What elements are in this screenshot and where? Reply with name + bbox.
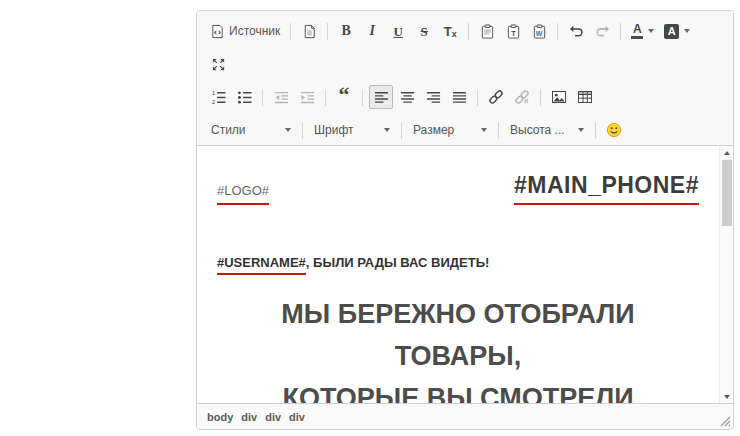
font-combo[interactable]: Шрифт	[308, 118, 396, 142]
numbered-list-button[interactable]: 12	[206, 85, 230, 109]
logo-placeholder[interactable]: #LOGO#	[217, 183, 269, 205]
underline-icon: U	[394, 25, 403, 38]
align-center-button[interactable]	[395, 85, 419, 109]
headline[interactable]: МЫ БЕРЕЖНО ОТОБРАЛИ ТОВАРЫ, КОТОРЫЕ ВЫ С…	[217, 293, 699, 403]
unlink-icon	[514, 89, 530, 105]
bold-icon: B	[342, 24, 351, 38]
bg-color-button[interactable]: A	[660, 19, 694, 43]
toolbar-row-4: Стили Шрифт Размер Высота ...	[205, 117, 725, 143]
align-justify-icon	[452, 90, 467, 105]
svg-text:1: 1	[211, 90, 214, 96]
chevron-down-icon	[684, 29, 690, 33]
svg-text:2: 2	[211, 99, 214, 105]
toolbar-separator	[327, 23, 328, 40]
main-phone-placeholder[interactable]: #MAIN_PHONE#	[514, 172, 699, 205]
blockquote-button[interactable]: “	[332, 85, 356, 109]
align-right-button[interactable]	[421, 85, 445, 109]
font-combo-label: Шрифт	[314, 123, 353, 137]
maximize-button[interactable]	[206, 52, 230, 76]
toolbar-separator	[620, 23, 621, 40]
svg-text:W: W	[535, 29, 542, 36]
vertical-scrollbar[interactable]	[719, 146, 733, 403]
styles-combo[interactable]: Стили	[205, 118, 297, 142]
resize-handle[interactable]	[720, 416, 731, 427]
toolbar-separator	[540, 89, 541, 106]
chevron-down-icon	[481, 128, 487, 132]
editable-area[interactable]: #LOGO# #MAIN_PHONE# #USERNAME#, БЫЛИ РАД…	[197, 146, 733, 403]
toolbar-separator	[477, 89, 478, 106]
toolbar-separator	[498, 122, 499, 139]
align-left-button[interactable]	[369, 85, 393, 109]
toolbar-separator	[290, 23, 291, 40]
headline-line-2[interactable]: ТОВАРЫ,	[217, 335, 699, 377]
path-item-div-3[interactable]: div	[289, 411, 305, 423]
chevron-down-icon	[578, 128, 584, 132]
username-placeholder[interactable]: #USERNAME#	[217, 255, 306, 275]
align-left-icon	[374, 90, 389, 105]
indent-button[interactable]	[295, 85, 319, 109]
svg-text:T: T	[511, 28, 516, 37]
unlink-button[interactable]	[510, 85, 534, 109]
strikethrough-icon: S	[421, 25, 428, 38]
undo-icon	[569, 24, 584, 39]
path-item-div-2[interactable]: div	[265, 411, 281, 423]
paste-button[interactable]	[475, 19, 499, 43]
styles-combo-label: Стили	[211, 123, 246, 137]
link-icon	[488, 89, 504, 105]
toolbar-separator	[302, 122, 303, 139]
strikethrough-button[interactable]: S	[412, 19, 436, 43]
chevron-down-icon	[384, 128, 390, 132]
rich-text-editor: Источник B I U S Tx T W	[196, 10, 734, 430]
line-height-combo-label: Высота ...	[510, 123, 565, 137]
headline-line-3[interactable]: КОТОРЫЕ ВЫ СМОТРЕЛИ	[217, 377, 699, 403]
redo-button[interactable]	[590, 19, 614, 43]
greeting-text[interactable]: , БЫЛИ РАДЫ ВАС ВИДЕТЬ!	[306, 255, 489, 270]
line-height-combo[interactable]: Высота ...	[504, 118, 590, 142]
header-row: #LOGO# #MAIN_PHONE#	[217, 172, 699, 205]
toolbar-separator	[362, 89, 363, 106]
toolbar-separator	[595, 122, 596, 139]
size-combo-label: Размер	[413, 123, 454, 137]
paste-word-icon: W	[532, 24, 547, 39]
chevron-down-icon	[648, 29, 654, 33]
scrollbar-thumb[interactable]	[722, 160, 732, 226]
indent-icon	[300, 90, 315, 105]
underline-button[interactable]: U	[386, 19, 410, 43]
image-button[interactable]	[547, 85, 571, 109]
numbered-list-icon: 12	[211, 90, 226, 105]
table-icon	[577, 89, 593, 105]
align-right-icon	[426, 90, 441, 105]
link-button[interactable]	[484, 85, 508, 109]
remove-format-icon: Tx	[444, 25, 457, 38]
maximize-icon	[211, 57, 226, 72]
align-justify-button[interactable]	[447, 85, 471, 109]
path-item-body[interactable]: body	[207, 411, 233, 423]
headline-line-1[interactable]: МЫ БЕРЕЖНО ОТОБРАЛИ	[217, 293, 699, 335]
remove-format-button[interactable]: Tx	[438, 19, 462, 43]
smiley-button[interactable]	[602, 118, 626, 142]
toolbar-separator	[401, 122, 402, 139]
bulleted-list-button[interactable]	[232, 85, 256, 109]
element-path-bar: body div div div	[197, 403, 733, 429]
paste-text-button[interactable]: T	[501, 19, 525, 43]
document-button[interactable]	[297, 19, 321, 43]
smiley-icon	[606, 122, 622, 138]
size-combo[interactable]: Размер	[407, 118, 493, 142]
paste-word-button[interactable]: W	[527, 19, 551, 43]
italic-button[interactable]: I	[360, 19, 384, 43]
outdent-button[interactable]	[269, 85, 293, 109]
toolbar-separator	[468, 23, 469, 40]
scroll-up-button[interactable]	[720, 146, 733, 159]
greeting-line[interactable]: #USERNAME#, БЫЛИ РАДЫ ВАС ВИДЕТЬ!	[217, 255, 699, 275]
scroll-down-button[interactable]	[720, 390, 733, 403]
table-button[interactable]	[573, 85, 597, 109]
bold-button[interactable]: B	[334, 19, 358, 43]
blockquote-icon: “	[339, 90, 350, 104]
text-color-icon: A	[631, 23, 643, 39]
path-item-div-1[interactable]: div	[241, 411, 257, 423]
source-button[interactable]: Источник	[206, 19, 284, 43]
text-color-button[interactable]: A	[627, 19, 658, 43]
triangle-down-icon	[724, 395, 730, 399]
source-icon	[210, 24, 225, 39]
undo-button[interactable]	[564, 19, 588, 43]
